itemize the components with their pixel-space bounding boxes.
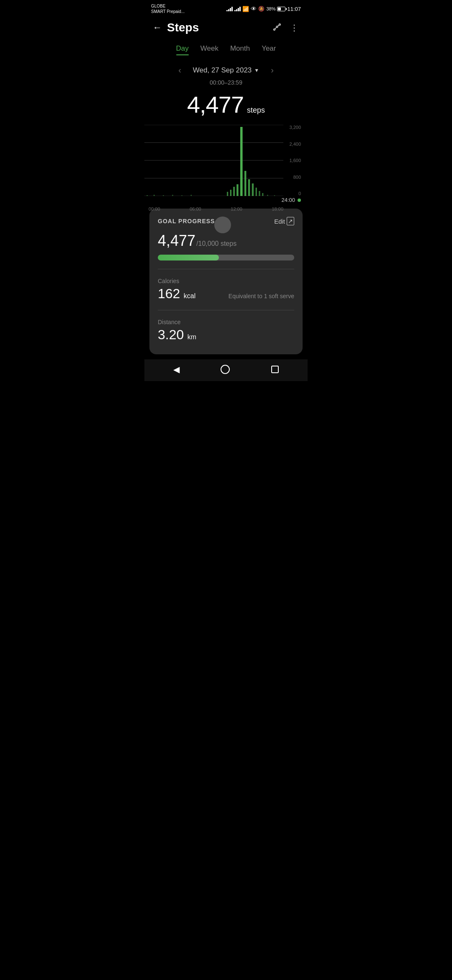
svg-rect-16 [227, 192, 228, 196]
tab-year[interactable]: Year [262, 44, 276, 55]
signal-icon-2 [234, 6, 241, 11]
step-number: 4,477 [187, 91, 244, 118]
tab-week[interactable]: Week [200, 44, 218, 55]
calories-value-row: 162 kcal Equivalent to 1 soft serve [158, 286, 294, 302]
svg-rect-13 [172, 195, 173, 196]
tab-day[interactable]: Day [176, 44, 189, 55]
x-label-0: 00:00 [149, 206, 160, 211]
svg-rect-27 [267, 195, 268, 196]
chart-area: 3,200 2,400 1,600 800 0 [144, 125, 304, 200]
x-label-12: 12:00 [231, 206, 242, 211]
svg-rect-25 [259, 191, 260, 196]
svg-point-1 [276, 26, 278, 28]
x-label-6: 06:00 [190, 206, 201, 211]
prev-date-button[interactable]: ‹ [175, 64, 185, 77]
bottom-navigation: ◀ [144, 359, 308, 381]
chart-svg [144, 125, 283, 196]
time-range: 00:00–23:59 [144, 78, 308, 89]
more-options-button[interactable]: ⋮ [290, 23, 299, 33]
svg-rect-18 [233, 187, 234, 196]
distance-unit: km [187, 333, 196, 340]
calories-unit: kcal [184, 292, 195, 299]
header-right: ⋮ [272, 22, 299, 34]
dropdown-icon: ▼ [254, 67, 259, 73]
svg-rect-22 [248, 179, 250, 196]
eye-icon: 👁 [251, 5, 257, 12]
y-label-1600: 1,600 [289, 158, 301, 163]
battery-percentage: 38% [266, 6, 275, 11]
svg-rect-21 [244, 171, 246, 196]
calories-label: Calories [158, 278, 294, 284]
date-display[interactable]: Wed, 27 Sep 2023 ▼ [193, 66, 259, 75]
period-tabs: Day Week Month Year [144, 41, 308, 55]
svg-rect-20 [240, 127, 243, 196]
progress-bar-fill [158, 255, 219, 260]
chart-y-axis: 3,200 2,400 1,600 800 0 [283, 125, 304, 196]
goal-steps: 4,477 /10,000 steps [158, 232, 294, 250]
carrier-info: GLOBE SMART Prepaid... [151, 3, 185, 14]
svg-rect-28 [274, 195, 275, 196]
header: ← Steps ⋮ [144, 16, 308, 41]
graph-icon[interactable] [272, 22, 282, 34]
y-label-2400: 2,400 [289, 142, 301, 147]
goal-total-steps: /10,000 steps [196, 240, 236, 248]
svg-rect-10 [147, 195, 148, 196]
next-date-button[interactable]: › [267, 64, 277, 77]
tab-month[interactable]: Month [230, 44, 250, 55]
svg-rect-11 [154, 195, 154, 196]
signal-icon [226, 6, 233, 11]
svg-line-3 [275, 27, 277, 29]
scroll-handle[interactable] [214, 217, 231, 233]
step-count-display: 4,477 steps [144, 89, 308, 125]
goal-current-steps: 4,477 [158, 232, 195, 250]
distance-value-display: 3.20 km [158, 327, 294, 343]
status-bar: GLOBE SMART Prepaid... 📶 👁 🔕 38% 11:07 [144, 0, 308, 16]
battery-icon [277, 7, 285, 11]
header-left: ← Steps [153, 21, 199, 34]
svg-rect-19 [236, 184, 238, 196]
recents-nav-button[interactable] [271, 366, 279, 373]
back-nav-button[interactable]: ◀ [173, 364, 180, 374]
calories-value-display: 162 kcal [158, 286, 195, 302]
svg-rect-26 [262, 193, 263, 196]
distance-label: Distance [158, 319, 294, 325]
svg-line-4 [277, 25, 279, 26]
svg-rect-24 [256, 188, 257, 196]
y-label-3200: 3,200 [289, 125, 301, 130]
calories-value: 162 [158, 286, 180, 301]
y-label-0: 0 [298, 191, 301, 196]
svg-rect-15 [191, 195, 192, 196]
step-unit: steps [247, 106, 265, 115]
distance-row: Distance 3.20 km [158, 315, 294, 346]
home-nav-button[interactable] [221, 365, 230, 374]
svg-rect-17 [230, 190, 231, 196]
calories-equivalent: Equivalent to 1 soft serve [229, 293, 294, 299]
svg-point-0 [274, 28, 275, 30]
back-button[interactable]: ← [153, 22, 162, 33]
divider [158, 269, 294, 269]
svg-rect-12 [163, 195, 164, 196]
current-date: Wed, 27 Sep 2023 [193, 66, 252, 75]
steps-chart: 3,200 2,400 1,600 800 0 24:00 00:00 06:0… [144, 125, 308, 209]
time-display: 11:07 [287, 6, 301, 12]
chart-x-axis: 00:00 06:00 12:00 18:00 [144, 205, 304, 211]
distance-value: 3.20 [158, 327, 184, 342]
svg-rect-14 [182, 195, 182, 196]
graph-svg [272, 22, 282, 31]
calories-row: Calories 162 kcal Equivalent to 1 soft s… [158, 274, 294, 305]
x-label-18: 18:00 [272, 206, 283, 211]
y-label-800: 800 [293, 175, 301, 180]
bell-icon: 🔕 [258, 6, 265, 12]
progress-bar [158, 255, 294, 260]
divider-2 [158, 310, 294, 310]
chart-bars [144, 125, 283, 200]
svg-point-2 [279, 23, 281, 25]
date-navigation: ‹ Wed, 27 Sep 2023 ▼ › [144, 57, 308, 78]
wifi-icon: 📶 [242, 6, 249, 12]
status-right: 📶 👁 🔕 38% 11:07 [226, 5, 301, 12]
page-title: Steps [167, 21, 199, 34]
svg-rect-23 [252, 183, 254, 196]
